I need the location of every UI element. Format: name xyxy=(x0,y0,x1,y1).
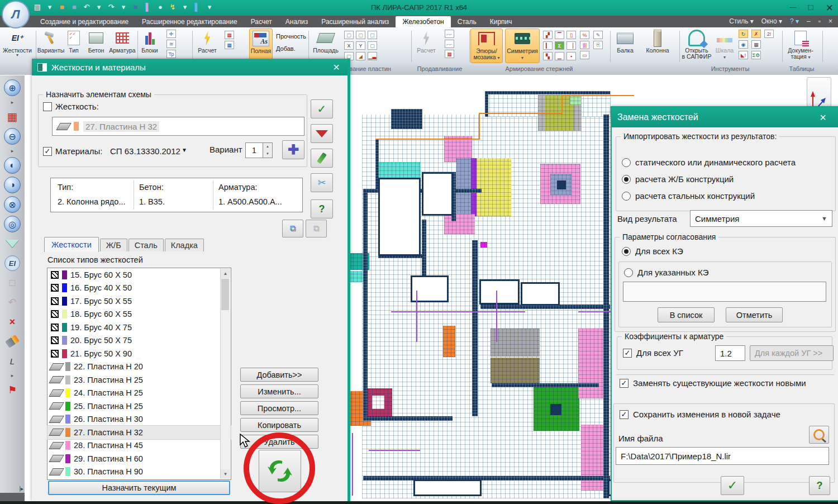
snapshot-icon[interactable]: ● xyxy=(155,2,165,12)
tp-icon[interactable]: Тр xyxy=(166,50,176,58)
ribbon-button-beam[interactable]: Балка xyxy=(612,28,638,63)
delete-result-icon[interactable]: ✗ xyxy=(751,30,761,38)
ribbon-button-stiffness[interactable]: EI⁺ Жесткости ▾ xyxy=(2,28,32,63)
ok-button[interactable]: ✓ xyxy=(721,476,744,495)
list-item[interactable]: 21. Брус 50 X 90 xyxy=(47,347,231,360)
plate-cube-icon[interactable]: ▢ xyxy=(368,31,377,39)
redo-icon[interactable]: ↷ xyxy=(106,2,116,12)
materials-code[interactable]: СП 63.13330.2012 xyxy=(110,146,180,156)
slab-icon[interactable]: ▭ xyxy=(580,51,589,59)
ribbon-button-documentation[interactable]: Докумен-тация ▾ xyxy=(784,28,817,63)
apply-button[interactable]: ✓ xyxy=(311,99,333,118)
doc-minimize-icon[interactable]: ‒ xyxy=(807,17,811,25)
brush-button[interactable] xyxy=(311,149,333,168)
ribbon-button-epures[interactable]: Эпюры/мозаика ▾ xyxy=(470,28,503,63)
close-icon[interactable]: × xyxy=(325,61,347,74)
set-current-button[interactable]: Назначить текущим xyxy=(48,481,230,495)
copy-type-button[interactable]: Копировать xyxy=(240,418,318,432)
dialog-title-bar[interactable]: Замена жесткостей × xyxy=(612,107,838,127)
axis-x-icon[interactable]: X xyxy=(344,41,354,50)
ribbon-button-punch-calc[interactable]: Расчет xyxy=(411,28,441,63)
list-item[interactable]: 18. Брус 60 X 55 xyxy=(47,308,231,321)
browse-button[interactable] xyxy=(809,426,829,444)
replace-existing-label[interactable]: Заменять существующие жесткости новыми xyxy=(633,378,806,388)
undo-caret-icon[interactable]: ▾ xyxy=(94,2,104,12)
help-icon[interactable]: ? ▾ xyxy=(790,17,799,25)
punch-contour2-icon[interactable]: ⌐⌐ xyxy=(445,40,454,48)
radio-static[interactable] xyxy=(622,158,631,167)
ribbon-tab[interactable]: Кирпич xyxy=(483,16,519,27)
red-exclaim-icon[interactable]: ◣! xyxy=(739,51,748,59)
quick-calc-icon[interactable]: ↯ xyxy=(168,2,178,12)
list-item[interactable]: 30. Пластина Н 90 xyxy=(47,465,231,479)
add-stiffness-button[interactable]: Добавить>> xyxy=(240,368,318,382)
flyout-arrow-icon[interactable]: ▸ xyxy=(3,372,21,379)
list-scrollbar[interactable]: ▲ ▼ xyxy=(220,269,230,479)
cell-concrete[interactable]: 1. В35. xyxy=(139,197,165,206)
export-doc-icon[interactable]: ⎘ xyxy=(593,41,603,49)
dropdown-caret-icon[interactable]: ▾ xyxy=(45,2,55,12)
radio-static-label[interactable]: статического или динамического расчета xyxy=(635,158,796,167)
cell-type[interactable]: 2. Колонна рядо... xyxy=(58,197,125,206)
maximize-button[interactable]: □ xyxy=(808,2,813,14)
rebar-top-icon[interactable]: ▔ xyxy=(555,31,564,39)
ribbon-button-area[interactable]: Площадь xyxy=(311,28,341,63)
dimension-line-icon[interactable]: L xyxy=(3,352,21,370)
tab-rc[interactable]: Ж/Б xyxy=(100,239,127,251)
dog-tool-icon[interactable]: ✎ xyxy=(593,31,603,39)
ribbon-button-concrete[interactable]: Бетон xyxy=(85,28,107,63)
save-icon[interactable]: ■ xyxy=(69,2,79,12)
result-kind-select[interactable]: Симметрия ▼ xyxy=(690,210,832,227)
radio-rc[interactable] xyxy=(622,175,631,184)
ribbon-button-variants[interactable]: Варианты xyxy=(36,28,66,63)
stiffness-checkbox[interactable] xyxy=(43,102,52,111)
redo-caret-icon[interactable]: ▾ xyxy=(118,2,128,12)
plate-cube-icon[interactable]: ▢ xyxy=(356,31,365,39)
list-item[interactable]: 19. Брус 40 X 75 xyxy=(47,321,231,334)
list-item[interactable]: 16. Брус 40 X 50 xyxy=(47,282,231,295)
rebar-bottom-icon[interactable]: ▁ xyxy=(555,52,564,60)
open-package-icon[interactable]: ■ xyxy=(57,2,67,12)
results-icon[interactable]: ▌ xyxy=(192,2,202,12)
arrows-icon[interactable]: ≋ xyxy=(166,40,176,48)
list-item[interactable]: 23. Пластина Н 25 xyxy=(47,373,231,387)
new-document-icon[interactable]: ▤ xyxy=(32,2,42,12)
rebar-mid-icon[interactable]: ▪ xyxy=(566,52,576,60)
ribbon-button-open-sapfir[interactable]: Открытьв САПФИР xyxy=(682,28,712,63)
list-item[interactable]: 26. Пластина Н 30 xyxy=(47,413,231,426)
sigma-gear-icon[interactable]: Σ⚙ xyxy=(751,51,761,59)
ribbon-button-calc[interactable]: Расчет xyxy=(192,28,222,63)
flyout-arrow-icon[interactable]: ▸ xyxy=(3,98,21,106)
doc-restore-icon[interactable]: ▫ xyxy=(818,17,821,25)
zoom-cancel-icon[interactable]: × xyxy=(3,313,21,331)
cut-button[interactable]: ✂ xyxy=(311,173,333,192)
plate-cube-icon[interactable]: ▢ xyxy=(344,31,354,39)
mark-button[interactable]: Отметить xyxy=(726,307,783,322)
bars-icon[interactable]: ||| xyxy=(580,41,589,49)
punch-contour-icon[interactable]: ⌐⌐ xyxy=(445,30,454,38)
copy-stiffness-button[interactable]: ⧉ xyxy=(282,220,303,237)
section-vertical-icon[interactable]: ◐ xyxy=(3,156,21,174)
ribbon-button-add[interactable]: Добав. xyxy=(276,45,296,52)
undo-view-icon[interactable]: ↶ xyxy=(3,293,21,311)
replace-existing-checkbox[interactable]: ✓ xyxy=(620,379,628,388)
select-nodes-icon[interactable]: ⊕ xyxy=(3,79,21,97)
dialog-title-bar[interactable]: Жесткости и материалы × xyxy=(32,59,347,75)
filename-input[interactable]: F:\Data\2017\Пример18_N.lir xyxy=(616,447,829,465)
radio-steel-label[interactable]: расчета стальных конструкций xyxy=(635,191,755,201)
refresh-orange-icon[interactable]: ↻ xyxy=(739,30,748,38)
radio-selected-fe[interactable] xyxy=(624,268,633,277)
radio-all-fe[interactable] xyxy=(622,247,631,256)
ei-zoom-icon[interactable]: EI xyxy=(3,254,21,272)
ribbon-tab[interactable]: Железобетон xyxy=(396,16,450,27)
grid-red-icon[interactable]: ▦ xyxy=(225,31,234,39)
radio-selected-fe-label[interactable]: Для указанных КЭ xyxy=(637,268,709,277)
all-ug-label[interactable]: Для всех УГ xyxy=(636,348,683,358)
ribbon-button-symmetry[interactable]: Симметрия▾ xyxy=(505,28,540,63)
ribbon-button-full[interactable]: Полная xyxy=(249,28,273,63)
radio-steel[interactable] xyxy=(622,192,631,201)
pack-model-icon[interactable]: ■ xyxy=(131,2,141,12)
close-button[interactable]: ✕ xyxy=(826,2,834,14)
ribbon-button-blocks[interactable]: Блоки xyxy=(137,28,162,63)
sigma-icon[interactable]: Σ xyxy=(555,41,564,50)
